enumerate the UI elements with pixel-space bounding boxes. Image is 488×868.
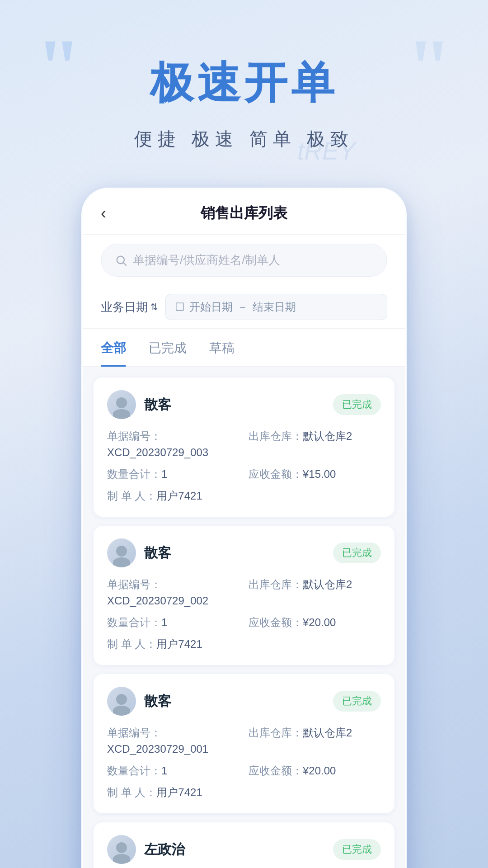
avatar (107, 835, 136, 864)
card-details: 单据编号：XCD_20230729_001 出库仓库：默认仓库2 数量合计：1 … (107, 725, 381, 801)
tab-draft[interactable]: 草稿 (209, 329, 235, 366)
sort-icon: ⇅ (150, 302, 158, 312)
filter-label-text: 业务日期 (101, 299, 148, 315)
user-name: 散客 (144, 396, 171, 414)
search-icon (115, 254, 127, 267)
maker: 制 单 人：用户7421 (107, 636, 239, 652)
card-user: 左政治 (107, 835, 185, 864)
card-header: 散客 已完成 (107, 687, 381, 716)
user-name: 左政治 (144, 840, 185, 859)
filter-row: 业务日期 ⇅ ☐ 开始日期 － 结束日期 (83, 286, 405, 329)
user-name: 散客 (144, 692, 171, 711)
doc-no: 单据编号：XCD_20230729_002 (107, 576, 239, 609)
svg-point-0 (117, 256, 124, 263)
phone-mockup: ‹ 销售出库列表 单据编号/供应商姓名/制单人 业务日期 ⇅ (81, 188, 407, 868)
hero-title: 极速开单 (0, 54, 488, 113)
app-header: ‹ 销售出库列表 (83, 189, 405, 235)
qty: 数量合计：1 (107, 763, 239, 779)
list-item[interactable]: 散客 已完成 单据编号：XCD_20230729_001 出库仓库：默认仓库2 … (94, 674, 394, 813)
list-container: 散客 已完成 单据编号：XCD_20230729_003 出库仓库：默认仓库2 … (83, 377, 405, 813)
status-badge: 已完成 (333, 839, 381, 860)
end-date: 结束日期 (253, 300, 296, 314)
tabs-container: 全部 已完成 草稿 (83, 329, 405, 367)
amount: 应收金额：¥20.00 (249, 763, 381, 779)
date-dash: － (237, 300, 248, 314)
amount: 应收金额：¥20.00 (249, 614, 381, 631)
status-badge: 已完成 (333, 691, 381, 712)
avatar (107, 390, 136, 419)
calendar-icon: ☐ (175, 301, 185, 313)
svg-line-1 (123, 263, 126, 265)
card-user: 散客 (107, 538, 171, 567)
hero-section: 极速开单 便捷 极速 简单 极致 (0, 0, 488, 179)
card-details: 单据编号：XCD_20230729_003 出库仓库：默认仓库2 数量合计：1 … (107, 428, 381, 504)
list-item[interactable]: 散客 已完成 单据编号：XCD_20230729_003 出库仓库：默认仓库2 … (94, 377, 394, 517)
warehouse: 出库仓库：默认仓库2 (249, 725, 381, 757)
maker: 制 单 人：用户7421 (107, 488, 239, 504)
tab-all[interactable]: 全部 (101, 329, 126, 366)
start-date: 开始日期 (189, 300, 233, 314)
avatar (107, 687, 136, 716)
page-title: 销售出库列表 (201, 203, 287, 223)
hero-subtitle: 便捷 极速 简单 极致 (0, 127, 488, 151)
qty: 数量合计：1 (107, 614, 239, 631)
maker: 制 单 人：用户7421 (107, 784, 239, 801)
filter-label[interactable]: 业务日期 ⇅ (101, 299, 158, 315)
card-user: 散客 (107, 687, 171, 716)
status-badge: 已完成 (333, 542, 381, 563)
user-name: 散客 (144, 544, 171, 562)
card-user: 散客 (107, 390, 171, 419)
avatar (107, 538, 136, 567)
card-header: 散客 已完成 (107, 390, 381, 419)
amount: 应收金额：¥15.00 (249, 466, 381, 482)
card-header: 散客 已完成 (107, 538, 381, 567)
search-bar[interactable]: 单据编号/供应商姓名/制单人 (101, 244, 387, 277)
card-details: 单据编号：XCD_20230729_002 出库仓库：默认仓库2 数量合计：1 … (107, 576, 381, 652)
warehouse: 出库仓库：默认仓库2 (249, 428, 381, 461)
warehouse: 出库仓库：默认仓库2 (249, 576, 381, 609)
phone-container: ‹ 销售出库列表 单据编号/供应商姓名/制单人 业务日期 ⇅ (0, 188, 488, 868)
search-container: 单据编号/供应商姓名/制单人 (83, 235, 405, 286)
qty: 数量合计：1 (107, 466, 239, 482)
status-badge: 已完成 (333, 394, 381, 415)
date-filter[interactable]: ☐ 开始日期 － 结束日期 (165, 294, 387, 320)
doc-no: 单据编号：XCD_20230729_001 (107, 725, 239, 757)
card-header: 左政治 已完成 (107, 835, 381, 864)
partial-card: 左政治 已完成 (94, 822, 394, 868)
search-placeholder: 单据编号/供应商姓名/制单人 (133, 252, 280, 268)
back-button[interactable]: ‹ (101, 204, 106, 223)
doc-no: 单据编号：XCD_20230729_003 (107, 428, 239, 461)
tab-completed[interactable]: 已完成 (149, 329, 187, 366)
app-content: ‹ 销售出库列表 单据编号/供应商姓名/制单人 业务日期 ⇅ (83, 189, 405, 868)
list-item[interactable]: 散客 已完成 单据编号：XCD_20230729_002 出库仓库：默认仓库2 … (94, 526, 394, 665)
